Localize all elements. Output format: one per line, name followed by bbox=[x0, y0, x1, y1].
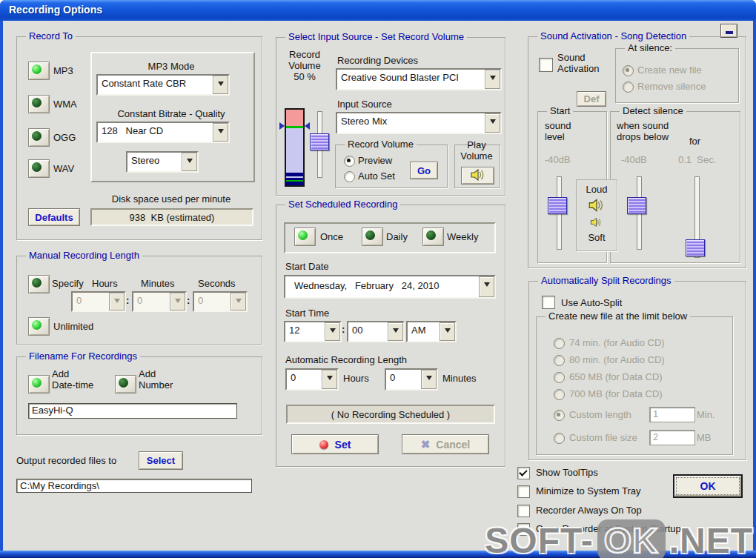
subgroup-title-detect-silence: Detect silence bbox=[620, 105, 686, 116]
start-ampm-select[interactable]: AM bbox=[406, 321, 457, 342]
chevron-down-icon[interactable] bbox=[325, 322, 340, 341]
meter-marker-left-icon[interactable] bbox=[279, 122, 285, 130]
group-title-set-scheduled-recording: Set Scheduled Recording bbox=[285, 199, 400, 210]
custom-size-label: Custom file size bbox=[569, 432, 637, 443]
meter-marker-right-icon[interactable] bbox=[305, 122, 310, 130]
subgroup-title-at-silence: At silence: bbox=[625, 42, 675, 53]
defaults-button[interactable]: Defaults bbox=[28, 208, 80, 226]
input-source-label: Input Source bbox=[337, 99, 392, 110]
select-folder-button[interactable]: Select bbox=[139, 451, 183, 470]
record-volume-slider-thumb[interactable] bbox=[310, 133, 329, 150]
create-new-file-radio bbox=[623, 65, 634, 76]
specify-length-led-button[interactable] bbox=[28, 275, 50, 293]
daily-led-button[interactable] bbox=[362, 227, 383, 246]
def-button[interactable]: Def bbox=[577, 91, 606, 107]
loud-soft-panel: Loud Soft bbox=[576, 179, 617, 251]
custom-size-radio bbox=[554, 433, 565, 444]
chevron-down-icon[interactable] bbox=[440, 322, 455, 341]
custom-length-radio bbox=[554, 410, 565, 421]
minutes-label: Minutes bbox=[141, 278, 175, 289]
disk-space-value: 938 KB (estimated) bbox=[90, 208, 253, 226]
remove-silence-label: Remove silence bbox=[637, 81, 706, 92]
preview-radio[interactable] bbox=[344, 156, 355, 167]
subgroup-title-record-volume: Record Volume bbox=[345, 139, 417, 150]
add-number-label: Add Number bbox=[139, 368, 173, 391]
start-date-value: Wednesday, February 24, 2010 bbox=[285, 276, 479, 297]
detect-level-slider-thumb[interactable] bbox=[627, 197, 646, 214]
bitrate-value: 128 Near CD bbox=[98, 123, 213, 142]
chevron-down-icon[interactable] bbox=[388, 322, 403, 341]
use-auto-split-checkbox[interactable] bbox=[542, 296, 555, 309]
add-number-led-button[interactable] bbox=[115, 375, 136, 393]
meter-peak-zone bbox=[286, 110, 303, 126]
output-path-input[interactable]: C:\My Recordings\ bbox=[16, 479, 252, 493]
unlimited-label: Unlimited bbox=[53, 321, 93, 332]
mp3-mode-select[interactable]: Constant Rate CBR bbox=[96, 74, 230, 96]
once-led-button[interactable] bbox=[294, 227, 316, 246]
format-wma-led-button[interactable] bbox=[28, 95, 50, 113]
chevron-down-icon[interactable] bbox=[485, 113, 500, 133]
chevron-down-icon[interactable] bbox=[182, 153, 197, 171]
play-volume-button[interactable] bbox=[461, 167, 494, 185]
sound-activation-checkbox[interactable] bbox=[539, 58, 553, 72]
start-level-slider-thumb[interactable] bbox=[548, 197, 567, 214]
limit-700mb-radio bbox=[554, 389, 565, 400]
auto-hours-value: 0 bbox=[287, 370, 322, 389]
chevron-down-icon[interactable] bbox=[322, 370, 337, 389]
auto-set-radio[interactable] bbox=[344, 171, 355, 182]
channels-select[interactable]: Stereo bbox=[126, 151, 199, 173]
filename-input[interactable]: EasyHi-Q bbox=[28, 403, 237, 419]
chevron-down-icon[interactable] bbox=[213, 76, 228, 94]
chevron-down-icon[interactable] bbox=[479, 276, 494, 297]
weekly-led-button[interactable] bbox=[422, 227, 444, 246]
ok-button[interactable]: OK bbox=[673, 474, 743, 498]
show-tooltips-label: Show ToolTips bbox=[536, 467, 598, 478]
always-on-top-checkbox[interactable] bbox=[517, 505, 530, 517]
unlimited-led-button[interactable] bbox=[28, 317, 50, 336]
window-bottom-border bbox=[0, 551, 756, 558]
add-datetime-label: Add Date-time bbox=[52, 368, 93, 391]
group-title-record-to: Record To bbox=[26, 30, 76, 41]
go-button[interactable]: Go bbox=[410, 162, 438, 179]
chevron-down-icon[interactable] bbox=[213, 123, 228, 142]
subgroup-title-split-limit: Create new file at the limit below bbox=[546, 310, 690, 322]
start-sound-level-label: sound level bbox=[545, 120, 571, 142]
custom-size-unit: MB bbox=[697, 432, 712, 443]
format-mp3-led-button[interactable] bbox=[28, 62, 50, 80]
chevron-down-icon[interactable] bbox=[421, 370, 437, 389]
cancel-button[interactable]: ✖ Cancel bbox=[402, 434, 489, 454]
limit-650mb-label: 650 MB (for Data CD) bbox=[569, 371, 663, 382]
add-datetime-led-button[interactable] bbox=[28, 375, 50, 393]
speaker-icon bbox=[469, 168, 487, 184]
mp3-mode-value: Constant Rate CBR bbox=[98, 76, 213, 94]
silence-duration-slider-thumb[interactable] bbox=[686, 239, 705, 256]
start-level-db-value: -40dB bbox=[545, 154, 571, 165]
led-off-icon bbox=[32, 162, 42, 172]
format-wav-led-button[interactable] bbox=[28, 159, 50, 178]
title-bar[interactable]: Recording Options bbox=[0, 0, 756, 21]
group-title-select-input-source: Select Input Source - Set Record Volume bbox=[285, 31, 467, 42]
input-source-select[interactable]: Stereo Mix bbox=[336, 112, 502, 134]
open-at-startup-checkbox[interactable] bbox=[517, 523, 530, 536]
meter-body bbox=[286, 128, 303, 173]
start-ampm-value: AM bbox=[408, 322, 440, 341]
recording-devices-select[interactable]: Creative Sound Blaster PCI bbox=[336, 68, 502, 90]
auto-minutes-select[interactable]: 0 bbox=[385, 368, 438, 391]
chevron-down-icon bbox=[231, 293, 246, 310]
start-minute-select[interactable]: 00 bbox=[347, 321, 405, 342]
format-wav-label: WAV bbox=[53, 163, 74, 174]
show-tooltips-checkbox[interactable] bbox=[517, 467, 530, 479]
minimize-tray-checkbox[interactable] bbox=[517, 485, 530, 498]
set-button[interactable]: Set bbox=[291, 434, 379, 454]
auto-hours-select[interactable]: 0 bbox=[285, 368, 339, 391]
loud-speaker-icon bbox=[587, 197, 606, 216]
chevron-down-icon[interactable] bbox=[485, 70, 500, 89]
hours-label: Hours bbox=[92, 278, 118, 289]
start-date-select[interactable]: Wednesday, February 24, 2010 bbox=[284, 275, 496, 299]
recording-options-window: Recording Options Record To MP3 WMA OGG … bbox=[0, 0, 756, 558]
bitrate-select[interactable]: 128 Near CD bbox=[96, 122, 230, 143]
start-hour-select[interactable]: 12 bbox=[284, 321, 342, 342]
custom-length-label: Custom length bbox=[569, 409, 631, 420]
auto-minutes-value: 0 bbox=[386, 370, 421, 389]
format-ogg-led-button[interactable] bbox=[28, 128, 50, 147]
